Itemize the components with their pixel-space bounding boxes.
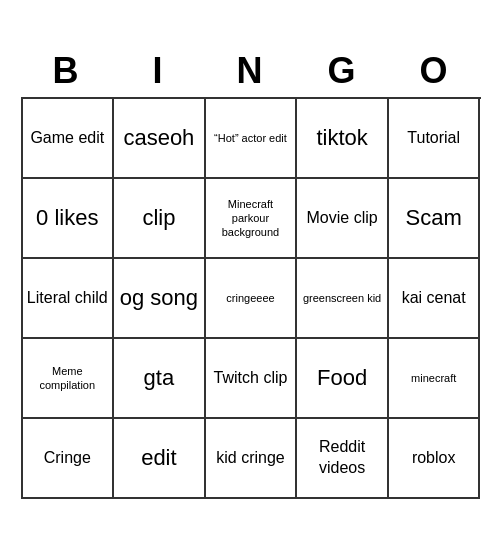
- bingo-cell: edit: [114, 419, 206, 499]
- bingo-cell: Cringe: [23, 419, 115, 499]
- bingo-cell: roblox: [389, 419, 481, 499]
- bingo-cell: 0 likes: [23, 179, 115, 259]
- bingo-grid: Game editcaseoh“Hot” actor edittiktokTut…: [21, 97, 481, 499]
- bingo-cell: Tutorial: [389, 99, 481, 179]
- bingo-cell: tiktok: [297, 99, 389, 179]
- bingo-cell: greenscreen kid: [297, 259, 389, 339]
- bingo-cell: Minecraft parkour background: [206, 179, 298, 259]
- bingo-header: BINGO: [21, 45, 481, 97]
- bingo-cell: Food: [297, 339, 389, 419]
- bingo-cell: Meme compilation: [23, 339, 115, 419]
- header-letter: G: [297, 45, 389, 97]
- bingo-cell: Game edit: [23, 99, 115, 179]
- bingo-cell: “Hot” actor edit: [206, 99, 298, 179]
- bingo-cell: kai cenat: [389, 259, 481, 339]
- bingo-card: BINGO Game editcaseoh“Hot” actor edittik…: [11, 35, 491, 509]
- bingo-cell: gta: [114, 339, 206, 419]
- bingo-cell: caseoh: [114, 99, 206, 179]
- bingo-cell: og song: [114, 259, 206, 339]
- header-letter: N: [205, 45, 297, 97]
- header-letter: I: [113, 45, 205, 97]
- bingo-cell: Movie clip: [297, 179, 389, 259]
- bingo-cell: kid cringe: [206, 419, 298, 499]
- bingo-cell: Twitch clip: [206, 339, 298, 419]
- bingo-cell: Literal child: [23, 259, 115, 339]
- bingo-cell: Scam: [389, 179, 481, 259]
- bingo-cell: clip: [114, 179, 206, 259]
- header-letter: B: [21, 45, 113, 97]
- bingo-cell: Reddit videos: [297, 419, 389, 499]
- header-letter: O: [389, 45, 481, 97]
- bingo-cell: cringeeee: [206, 259, 298, 339]
- bingo-cell: minecraft: [389, 339, 481, 419]
